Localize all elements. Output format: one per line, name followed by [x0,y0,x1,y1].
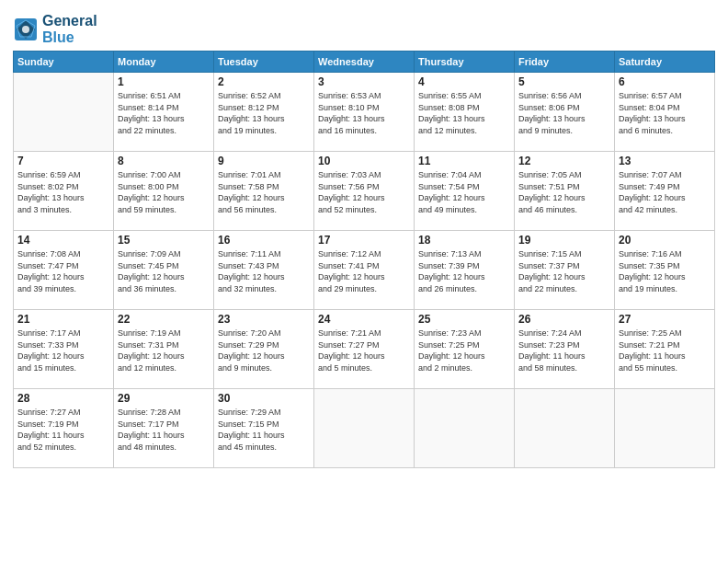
day-number: 12 [518,155,610,167]
day-info: Sunrise: 6:51 AMSunset: 8:14 PMDaylight:… [118,90,210,136]
calendar-week-row: 28Sunrise: 7:27 AMSunset: 7:19 PMDayligh… [14,389,715,468]
day-number: 11 [418,155,510,167]
day-info: Sunrise: 7:21 AMSunset: 7:27 PMDaylight:… [318,327,410,373]
calendar-cell [515,389,615,468]
svg-point-3 [22,26,29,33]
day-number: 21 [17,313,109,326]
day-number: 27 [619,313,711,326]
weekday-header: Tuesday [214,52,314,73]
day-number: 5 [518,75,610,88]
calendar-header-row: SundayMondayTuesdayWednesdayThursdayFrid… [14,52,715,73]
calendar-cell: 10Sunrise: 7:03 AMSunset: 7:56 PMDayligh… [314,152,415,231]
day-info: Sunrise: 7:11 AMSunset: 7:43 PMDaylight:… [218,248,310,294]
day-number: 7 [17,155,109,167]
calendar-cell: 26Sunrise: 7:24 AMSunset: 7:23 PMDayligh… [515,310,615,389]
day-number: 16 [218,234,310,247]
weekday-header: Sunday [14,52,114,73]
calendar-cell: 29Sunrise: 7:28 AMSunset: 7:17 PMDayligh… [114,389,214,468]
calendar-cell: 8Sunrise: 7:00 AMSunset: 8:00 PMDaylight… [114,152,214,231]
weekday-header: Wednesday [314,52,415,73]
calendar-cell: 25Sunrise: 7:23 AMSunset: 7:25 PMDayligh… [415,310,515,389]
day-number: 25 [418,313,510,326]
day-info: Sunrise: 7:28 AMSunset: 7:17 PMDaylight:… [118,407,210,453]
calendar-cell: 23Sunrise: 7:20 AMSunset: 7:29 PMDayligh… [214,310,314,389]
day-info: Sunrise: 7:25 AMSunset: 7:21 PMDaylight:… [619,327,711,373]
day-info: Sunrise: 6:59 AMSunset: 8:02 PMDaylight:… [17,169,109,215]
day-info: Sunrise: 7:05 AMSunset: 7:51 PMDaylight:… [518,169,610,215]
calendar-cell: 5Sunrise: 6:56 AMSunset: 8:06 PMDaylight… [515,73,615,152]
day-info: Sunrise: 7:20 AMSunset: 7:29 PMDaylight:… [218,327,310,373]
day-info: Sunrise: 6:53 AMSunset: 8:10 PMDaylight:… [318,90,410,136]
day-number: 30 [218,392,310,405]
day-number: 20 [619,234,711,247]
day-info: Sunrise: 7:29 AMSunset: 7:15 PMDaylight:… [218,407,310,453]
day-info: Sunrise: 7:13 AMSunset: 7:39 PMDaylight:… [418,248,510,294]
day-info: Sunrise: 7:00 AMSunset: 8:00 PMDaylight:… [118,169,210,215]
day-info: Sunrise: 7:08 AMSunset: 7:47 PMDaylight:… [17,248,109,294]
weekday-header: Thursday [415,52,515,73]
day-number: 23 [218,313,310,326]
day-number: 22 [118,313,210,326]
day-number: 24 [318,313,410,326]
calendar-cell [314,389,415,468]
day-info: Sunrise: 7:17 AMSunset: 7:33 PMDaylight:… [17,327,109,373]
calendar-week-row: 14Sunrise: 7:08 AMSunset: 7:47 PMDayligh… [14,231,715,310]
day-number: 18 [418,234,510,247]
day-info: Sunrise: 7:12 AMSunset: 7:41 PMDaylight:… [318,248,410,294]
day-number: 10 [318,155,410,167]
day-info: Sunrise: 6:52 AMSunset: 8:12 PMDaylight:… [218,90,310,136]
calendar-cell: 1Sunrise: 6:51 AMSunset: 8:14 PMDaylight… [114,73,214,152]
calendar-cell: 30Sunrise: 7:29 AMSunset: 7:15 PMDayligh… [214,389,314,468]
calendar-cell: 28Sunrise: 7:27 AMSunset: 7:19 PMDayligh… [14,389,114,468]
day-info: Sunrise: 7:19 AMSunset: 7:31 PMDaylight:… [118,327,210,373]
calendar-cell: 11Sunrise: 7:04 AMSunset: 7:54 PMDayligh… [415,152,515,231]
day-number: 14 [17,234,109,247]
day-info: Sunrise: 7:27 AMSunset: 7:19 PMDaylight:… [17,407,109,453]
day-info: Sunrise: 7:07 AMSunset: 7:49 PMDaylight:… [619,169,711,215]
logo-icon [13,17,39,42]
calendar-cell: 15Sunrise: 7:09 AMSunset: 7:45 PMDayligh… [114,231,214,310]
day-number: 9 [218,155,310,167]
calendar-cell: 24Sunrise: 7:21 AMSunset: 7:27 PMDayligh… [314,310,415,389]
day-number: 19 [518,234,610,247]
day-number: 4 [418,75,510,88]
day-number: 28 [17,392,109,405]
calendar-cell: 7Sunrise: 6:59 AMSunset: 8:02 PMDaylight… [14,152,114,231]
day-info: Sunrise: 7:24 AMSunset: 7:23 PMDaylight:… [518,327,610,373]
calendar-cell: 14Sunrise: 7:08 AMSunset: 7:47 PMDayligh… [14,231,114,310]
day-info: Sunrise: 7:01 AMSunset: 7:58 PMDaylight:… [218,169,310,215]
calendar-cell: 16Sunrise: 7:11 AMSunset: 7:43 PMDayligh… [214,231,314,310]
calendar-cell [415,389,515,468]
weekday-header: Saturday [615,52,715,73]
day-number: 26 [518,313,610,326]
calendar-week-row: 1Sunrise: 6:51 AMSunset: 8:14 PMDaylight… [14,73,715,152]
calendar-cell: 18Sunrise: 7:13 AMSunset: 7:39 PMDayligh… [415,231,515,310]
logo-text: General Blue [42,13,97,45]
day-number: 8 [118,155,210,167]
day-number: 1 [118,75,210,88]
calendar-page: General Blue SundayMondayTuesdayWednesda… [0,0,728,563]
day-info: Sunrise: 7:15 AMSunset: 7:37 PMDaylight:… [518,248,610,294]
calendar-week-row: 7Sunrise: 6:59 AMSunset: 8:02 PMDaylight… [14,152,715,231]
day-number: 13 [619,155,711,167]
day-number: 3 [318,75,410,88]
day-info: Sunrise: 6:56 AMSunset: 8:06 PMDaylight:… [518,90,610,136]
day-info: Sunrise: 6:55 AMSunset: 8:08 PMDaylight:… [418,90,510,136]
day-info: Sunrise: 7:09 AMSunset: 7:45 PMDaylight:… [118,248,210,294]
calendar-cell: 12Sunrise: 7:05 AMSunset: 7:51 PMDayligh… [515,152,615,231]
day-number: 17 [318,234,410,247]
calendar-cell [615,389,715,468]
calendar-week-row: 21Sunrise: 7:17 AMSunset: 7:33 PMDayligh… [14,310,715,389]
day-info: Sunrise: 7:04 AMSunset: 7:54 PMDaylight:… [418,169,510,215]
calendar-cell: 6Sunrise: 6:57 AMSunset: 8:04 PMDaylight… [615,73,715,152]
calendar-cell: 13Sunrise: 7:07 AMSunset: 7:49 PMDayligh… [615,152,715,231]
day-info: Sunrise: 7:16 AMSunset: 7:35 PMDaylight:… [619,248,711,294]
day-info: Sunrise: 7:23 AMSunset: 7:25 PMDaylight:… [418,327,510,373]
day-info: Sunrise: 6:57 AMSunset: 8:04 PMDaylight:… [619,90,711,136]
day-number: 15 [118,234,210,247]
calendar-cell: 17Sunrise: 7:12 AMSunset: 7:41 PMDayligh… [314,231,415,310]
header: General Blue [13,9,715,45]
calendar-cell: 3Sunrise: 6:53 AMSunset: 8:10 PMDaylight… [314,73,415,152]
weekday-header: Friday [515,52,615,73]
day-number: 2 [218,75,310,88]
